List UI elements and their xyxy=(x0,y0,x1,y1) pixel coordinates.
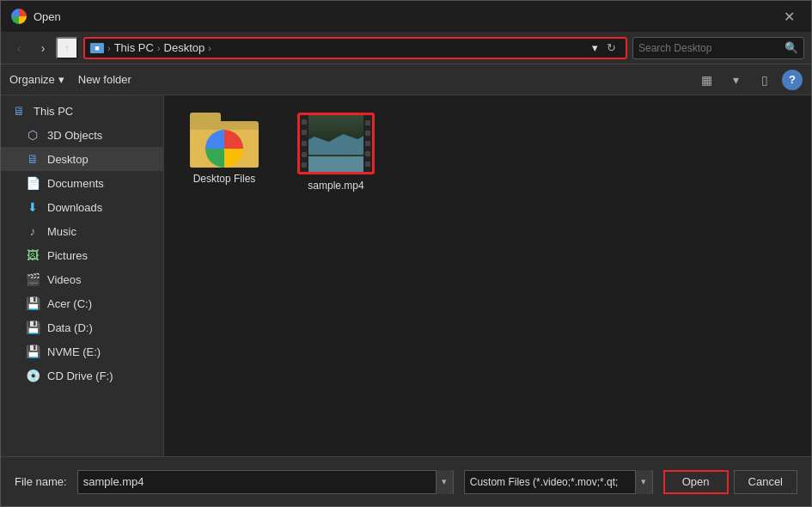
file-type-dropdown[interactable]: ▾ xyxy=(635,470,652,494)
film-hole xyxy=(302,141,307,146)
film-hole xyxy=(365,141,370,146)
close-button[interactable]: ✕ xyxy=(777,4,801,28)
film-hole xyxy=(365,131,370,136)
data-sidebar-icon: 💾 xyxy=(25,320,40,335)
organize-left: Organize ▾ New folder xyxy=(9,73,131,86)
file-area: Desktop Files xyxy=(164,95,811,456)
file-item-desktop-files[interactable]: Desktop Files xyxy=(181,113,267,185)
pc-icon: ■ xyxy=(90,43,104,53)
sidebar-item-data-d[interactable]: 💾 Data (D:) xyxy=(1,315,163,339)
file-type-wrap: Custom Files (*.video;*.mov;*.qt; ▾ xyxy=(464,470,653,494)
docs-sidebar-icon: 📄 xyxy=(25,175,40,191)
sidebar-item-desktop[interactable]: 🖥 Desktop xyxy=(1,147,163,171)
folder-front xyxy=(190,130,259,168)
downloads-sidebar-icon: ⬇ xyxy=(25,199,40,215)
pane-button[interactable]: ▯ xyxy=(753,70,777,90)
help-button[interactable]: ? xyxy=(782,70,803,90)
file-name-dropdown[interactable]: ▾ xyxy=(436,470,453,494)
film-hole xyxy=(302,130,307,135)
address-desktop: Desktop xyxy=(164,41,205,54)
back-button[interactable]: ‹ xyxy=(8,37,30,59)
3d-sidebar-icon: ⬡ xyxy=(25,127,40,143)
pictures-sidebar-icon: 🖼 xyxy=(25,247,40,263)
address-bar[interactable]: ■ › This PC › Desktop › ▾ ↻ xyxy=(83,37,627,59)
open-button[interactable]: Open xyxy=(663,470,729,494)
search-box: 🔍 xyxy=(632,37,804,59)
sidebar-item-videos[interactable]: 🎬 Videos xyxy=(1,267,163,291)
music-sidebar-icon: ♪ xyxy=(25,223,40,239)
refresh-button[interactable]: ↻ xyxy=(601,39,620,58)
file-item-sample-mp4[interactable]: sample.mp4 xyxy=(293,113,379,192)
forward-button[interactable]: › xyxy=(32,37,54,59)
film-strip-left xyxy=(300,115,308,172)
new-folder-button[interactable]: New folder xyxy=(78,73,131,86)
sidebar-label-videos: Videos xyxy=(47,273,82,286)
organize-right: ▦ ▾ ▯ ? xyxy=(694,70,803,90)
sidebar-item-downloads[interactable]: ⬇ Downloads xyxy=(1,195,163,219)
chrome-icon xyxy=(11,9,27,24)
path-sep-1: › xyxy=(107,43,111,53)
toolbar: ‹ › ↑ ■ › This PC › Desktop › ▾ ↻ 🔍 xyxy=(1,32,811,64)
dialog-title: Open xyxy=(34,10,61,23)
file-name-label: File name: xyxy=(15,475,67,488)
sidebar-item-music[interactable]: ♪ Music xyxy=(1,219,163,243)
sidebar-label-data-d: Data (D:) xyxy=(47,321,93,334)
file-type-text: Custom Files (*.video;*.mov;*.qt; xyxy=(465,476,635,488)
open-dialog: Open ✕ ‹ › ↑ ■ › This PC › Desktop › ▾ ↻… xyxy=(0,0,812,507)
video-thumbnail-wrapper xyxy=(297,113,375,174)
up-button[interactable]: ↑ xyxy=(56,37,78,59)
organize-dropdown-icon: ▾ xyxy=(58,73,64,86)
path-sep-2: › xyxy=(157,43,161,53)
address-path: ■ › This PC › Desktop › xyxy=(90,41,588,54)
sidebar-label-music: Music xyxy=(47,225,76,238)
organize-label: Organize xyxy=(9,73,55,86)
sidebar-label-3d-objects: 3D Objects xyxy=(47,129,102,142)
file-name-input-wrap: ▾ xyxy=(77,470,454,494)
sidebar-label-this-pc: This PC xyxy=(34,105,73,118)
film-strip-right xyxy=(363,115,372,172)
nvme-sidebar-icon: 💾 xyxy=(25,344,40,359)
cd-sidebar-icon: 💿 xyxy=(25,368,40,383)
address-dropdown[interactable]: ▾ xyxy=(588,41,601,55)
sidebar: 🖥 This PC ⬡ 3D Objects 🖥 Desktop 📄 Docum… xyxy=(1,95,164,456)
view-dropdown-button[interactable]: ▾ xyxy=(723,70,748,90)
sidebar-item-3d-objects[interactable]: ⬡ 3D Objects xyxy=(1,123,163,147)
pc-sidebar-icon: 🖥 xyxy=(11,103,27,119)
search-input[interactable] xyxy=(638,42,781,54)
sidebar-label-cd-f: CD Drive (F:) xyxy=(47,370,113,382)
film-hole xyxy=(365,120,370,125)
video-thumbnail xyxy=(300,115,372,172)
file-name-input[interactable] xyxy=(78,475,436,488)
sidebar-item-cd-f[interactable]: 💿 CD Drive (F:) xyxy=(1,363,163,388)
sidebar-label-documents: Documents xyxy=(47,177,104,190)
sidebar-item-acer-c[interactable]: 💾 Acer (C:) xyxy=(1,291,163,315)
sidebar-label-downloads: Downloads xyxy=(47,201,102,214)
search-icon: 🔍 xyxy=(785,41,798,54)
address-pc-icon: ■ xyxy=(90,43,104,53)
address-thispc: This PC xyxy=(114,41,154,54)
cancel-button[interactable]: Cancel xyxy=(734,470,797,494)
sidebar-item-pictures[interactable]: 🖼 Pictures xyxy=(1,243,163,267)
film-hole xyxy=(302,162,307,168)
sidebar-item-nvme-e[interactable]: 💾 NVME (E:) xyxy=(1,339,163,363)
sidebar-label-acer-c: Acer (C:) xyxy=(47,297,92,310)
path-sep-3: › xyxy=(208,43,211,53)
bottom-bar: File name: ▾ Custom Files (*.video;*.mov… xyxy=(1,456,811,506)
organize-bar: Organize ▾ New folder ▦ ▾ ▯ ? xyxy=(1,64,811,95)
film-hole xyxy=(365,162,370,167)
main-content: 🖥 This PC ⬡ 3D Objects 🖥 Desktop 📄 Docum… xyxy=(1,95,811,456)
sidebar-item-documents[interactable]: 📄 Documents xyxy=(1,171,163,195)
folder-icon xyxy=(190,113,259,168)
organize-button[interactable]: Organize ▾ xyxy=(9,73,64,86)
view-button[interactable]: ▦ xyxy=(694,70,718,90)
folder-emblem xyxy=(205,130,243,168)
sidebar-item-this-pc[interactable]: 🖥 This PC xyxy=(1,99,163,123)
sidebar-label-pictures: Pictures xyxy=(47,249,88,262)
film-hole xyxy=(302,119,307,125)
title-bar: Open ✕ xyxy=(1,1,811,32)
file-label-desktop-files: Desktop Files xyxy=(193,173,256,185)
acer-sidebar-icon: 💾 xyxy=(25,296,40,311)
file-label-sample-mp4: sample.mp4 xyxy=(308,180,363,192)
desktop-sidebar-icon: 🖥 xyxy=(25,151,40,167)
new-folder-label: New folder xyxy=(78,73,131,86)
